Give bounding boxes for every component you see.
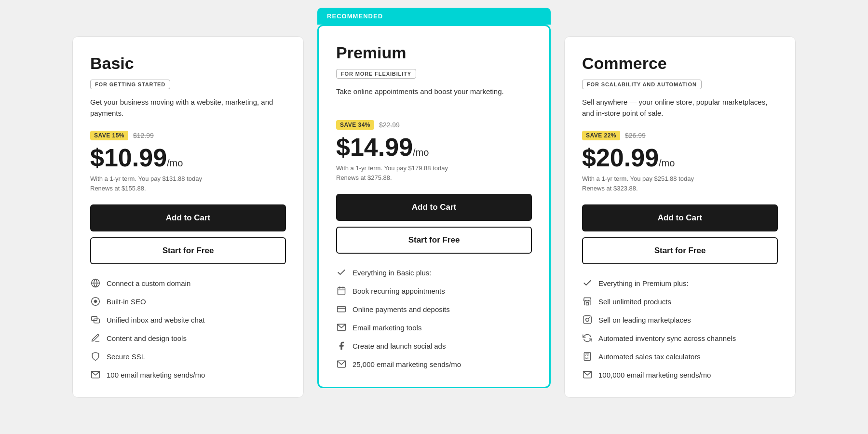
feature-item-premium-5: 25,000 email marketing sends/mo (336, 359, 532, 369)
feature-item-premium-2: Online payments and deposits (336, 304, 532, 314)
feature-item-premium-4: Create and launch social ads (336, 340, 532, 351)
svg-rect-7 (338, 287, 345, 295)
feature-text-premium-3: Email marketing tools (353, 324, 421, 332)
pricing-row-premium: SAVE 34% $22.99 (336, 120, 532, 130)
feature-item-basic-5: 100 email marketing sends/mo (90, 369, 286, 380)
feature-item-basic-3: Content and design tools (90, 333, 286, 343)
feature-text-basic-4: Secure SSL (107, 353, 145, 361)
plan-description-basic: Get your business moving with a website,… (90, 97, 286, 121)
pricing-container: BasicFor Getting StartedGet your busines… (72, 36, 796, 398)
svg-point-17 (586, 318, 589, 322)
feature-text-premium-4: Create and launch social ads (353, 342, 446, 350)
feature-text-commerce-1: Sell unlimited products (598, 298, 671, 306)
feature-icon-email-3 (336, 322, 347, 333)
add-to-cart-button-basic[interactable]: Add to Cart (90, 204, 286, 231)
add-to-cart-button-premium[interactable]: Add to Cart (336, 194, 532, 221)
features-list-commerce: Everything in Premium plus: Sell unlimit… (582, 278, 778, 380)
plan-card-commerce: CommerceFor Scalability and AutomationSe… (564, 36, 796, 398)
start-for-free-button-commerce[interactable]: Start for Free (582, 237, 778, 264)
feature-text-premium-5: 25,000 email marketing sends/mo (353, 360, 461, 368)
feature-item-basic-0: Connect a custom domain (90, 278, 286, 288)
feature-item-commerce-3: Automated inventory sync across channels (582, 333, 778, 343)
per-mo-commerce: /mo (659, 158, 675, 168)
save-badge-basic: SAVE 15% (90, 131, 128, 140)
pricing-row-basic: SAVE 15% $12.99 (90, 131, 286, 140)
plan-name-commerce: Commerce (582, 54, 778, 73)
recommended-badge: RECOMMENDED (317, 8, 551, 25)
feature-item-commerce-0: Everything in Premium plus: (582, 278, 778, 288)
feature-item-premium-1: Book recurring appointments (336, 285, 532, 296)
feature-icon-check-0 (336, 267, 347, 278)
feature-text-basic-3: Content and design tools (107, 334, 187, 342)
feature-icon-email-5 (90, 369, 101, 380)
svg-rect-11 (338, 306, 346, 312)
feature-item-basic-1: Built-in SEO (90, 296, 286, 307)
feature-icon-email-5 (336, 359, 347, 369)
plan-tag-premium: For More Flexibility (336, 69, 416, 79)
feature-icon-globe-0 (90, 278, 101, 288)
feature-text-basic-5: 100 email marketing sends/mo (107, 371, 205, 379)
per-mo-basic: /mo (167, 158, 183, 168)
original-price-commerce: $26.99 (625, 132, 646, 139)
feature-text-commerce-0: Everything in Premium plus: (598, 279, 689, 287)
feature-text-premium-0: Everything in Basic plus: (353, 269, 431, 277)
save-badge-commerce: SAVE 22% (582, 131, 620, 140)
add-to-cart-button-commerce[interactable]: Add to Cart (582, 204, 778, 231)
feature-icon-sync-3 (582, 333, 593, 343)
plan-card-premium: RECOMMENDEDPremiumFor More FlexibilityTa… (317, 25, 551, 388)
feature-text-commerce-4: Automated sales tax calculators (598, 353, 701, 361)
feature-icon-check-0 (582, 278, 593, 288)
feature-text-basic-0: Connect a custom domain (107, 279, 190, 287)
feature-item-commerce-4: Automated sales tax calculators (582, 351, 778, 362)
feature-icon-shield-4 (90, 351, 101, 362)
svg-point-3 (95, 300, 97, 303)
feature-text-premium-2: Online payments and deposits (353, 305, 450, 313)
svg-rect-19 (584, 353, 590, 361)
svg-rect-4 (92, 316, 97, 320)
current-price-commerce: $20.99/mo (582, 145, 778, 170)
price-note-commerce: With a 1-yr term. You pay $251.88 todayR… (582, 174, 778, 193)
feature-item-basic-4: Secure SSL (90, 351, 286, 362)
svg-rect-15 (586, 303, 589, 305)
start-for-free-button-basic[interactable]: Start for Free (90, 237, 286, 264)
feature-icon-chat-2 (90, 314, 101, 325)
price-note-premium: With a 1-yr term. You pay $179.88 todayR… (336, 163, 532, 182)
feature-icon-calendar-1 (336, 285, 347, 296)
feature-icon-design-3 (90, 333, 101, 343)
current-price-premium: $14.99/mo (336, 135, 532, 160)
current-price-basic: $10.99/mo (90, 145, 286, 170)
price-note-basic: With a 1-yr term. You pay $131.88 todayR… (90, 174, 286, 193)
svg-point-18 (589, 317, 590, 318)
original-price-premium: $22.99 (379, 121, 400, 129)
start-for-free-button-premium[interactable]: Start for Free (336, 227, 532, 254)
plan-tag-commerce: For Scalability and Automation (582, 80, 702, 89)
feature-icon-facebook-4 (336, 340, 347, 351)
svg-rect-5 (94, 319, 100, 323)
plan-description-commerce: Sell anywhere — your online store, popul… (582, 97, 778, 121)
feature-text-premium-1: Book recurring appointments (353, 287, 445, 295)
feature-item-commerce-2: Sell on leading marketplaces (582, 314, 778, 325)
feature-text-commerce-5: 100,000 email marketing sends/mo (598, 371, 711, 379)
original-price-basic: $12.99 (133, 132, 154, 139)
feature-icon-google-1 (90, 296, 101, 307)
plan-name-premium: Premium (336, 43, 532, 62)
feature-item-basic-2: Unified inbox and website chat (90, 314, 286, 325)
feature-item-premium-0: Everything in Basic plus: (336, 267, 532, 278)
plan-name-basic: Basic (90, 54, 286, 73)
feature-text-commerce-3: Automated inventory sync across channels (598, 334, 736, 342)
feature-item-commerce-1: Sell unlimited products (582, 296, 778, 307)
per-mo-premium: /mo (413, 147, 429, 158)
feature-icon-store-1 (582, 296, 593, 307)
feature-item-premium-3: Email marketing tools (336, 322, 532, 333)
feature-text-basic-1: Built-in SEO (107, 298, 146, 306)
features-list-premium: Everything in Basic plus: Book recurring… (336, 267, 532, 369)
svg-rect-16 (583, 316, 592, 324)
pricing-row-commerce: SAVE 22% $26.99 (582, 131, 778, 140)
feature-icon-calculator-4 (582, 351, 593, 362)
feature-icon-email-5 (582, 369, 593, 380)
plan-description-premium: Take online appointments and boost your … (336, 86, 532, 110)
features-list-basic: Connect a custom domain Built-in SEO Uni… (90, 278, 286, 380)
plan-tag-basic: For Getting Started (90, 80, 170, 89)
feature-icon-instagram-2 (582, 314, 593, 325)
feature-icon-card-2 (336, 304, 347, 314)
